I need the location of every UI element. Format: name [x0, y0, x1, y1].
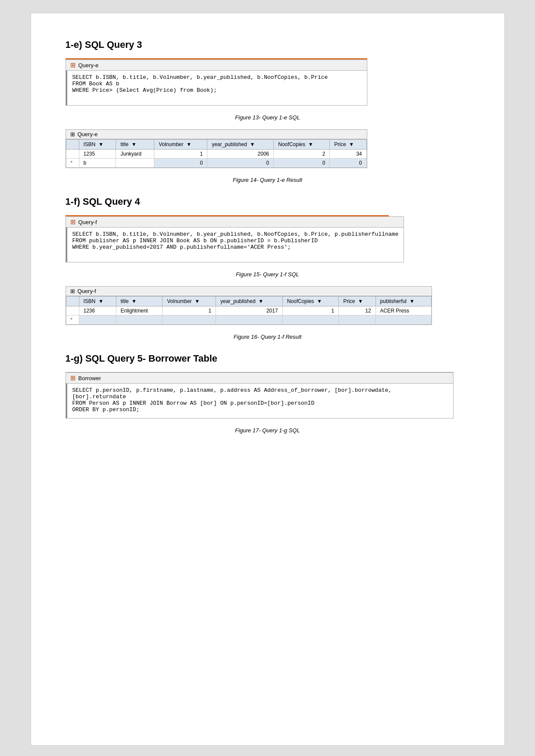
- td-new-price: 0: [330, 159, 366, 168]
- td-star-1f: *: [66, 316, 79, 325]
- td-copies: 2: [274, 150, 330, 159]
- query-1g-sql-content: SELECT p.personID, p.firstname, p.lastna…: [66, 384, 453, 418]
- td-sel-1f: [66, 306, 79, 316]
- section-1f-heading: 1-f) SQL Query 4: [66, 196, 470, 207]
- th-title: title ▼: [116, 140, 154, 150]
- query-1f-sql-content: SELECT b.ISBN, b.title, b.Volnumber, b.y…: [66, 228, 404, 262]
- query-1f-sql-box: ⊞ Query-f SELECT b.ISBN, b.title, b.Voln…: [66, 216, 404, 262]
- td-new-title: [116, 159, 154, 168]
- td-year: 2006: [207, 150, 274, 159]
- td-new-isbn-1f: [79, 316, 116, 325]
- th-title-1f: title ▼: [116, 297, 163, 306]
- td-new-vol-1f: [163, 316, 216, 325]
- th-year-1f: year_published ▼: [216, 297, 282, 306]
- query-1f-result-container: ⊞ Query-f ISBN ▼ title ▼ Volnumber ▼ yea…: [66, 286, 432, 325]
- td-new-vol: 0: [154, 159, 207, 168]
- td-isbn: 1235: [79, 150, 116, 159]
- query-1f-result-tab-label: Query-f: [78, 288, 96, 294]
- fig-17-caption: Figure 17- Query 1-g SQL: [66, 427, 470, 434]
- query-1e-sql-box: ⊞ Query-e SELECT b.ISBN, b.title, b.Voln…: [66, 59, 367, 106]
- table-new-row-1f: *: [66, 316, 431, 325]
- table-row-1f: 1236 Enlightment 1 2017 1 12 ACER Press: [66, 306, 431, 316]
- td-copies-1f: 1: [282, 306, 339, 316]
- query-1f-table: ISBN ▼ title ▼ Volnumber ▼ year_publishe…: [66, 296, 432, 325]
- query-1g-tab-label: Borrower: [78, 375, 101, 381]
- page: 1-e) SQL Query 3 ⊞ Query-e SELECT b.ISBN…: [31, 13, 505, 746]
- section-1g: 1-g) SQL Query 5- Borrower Table ⊞ Borro…: [66, 353, 470, 434]
- td-new-year: 0: [207, 159, 274, 168]
- query-1f-result-tab: ⊞ Query-f: [66, 287, 432, 296]
- td-volnumber: 1: [154, 150, 207, 159]
- table-header-row: ISBN ▼ title ▼ Volnumber ▼ year_publishe…: [66, 140, 366, 150]
- th-year-published: year_published ▼: [207, 140, 274, 150]
- table-row: 1235 Junkyard 1 2006 2 34: [66, 150, 366, 159]
- query-1e-tab: ⊞ Query-e: [66, 60, 367, 71]
- th-isbn-1f: ISBN ▼: [79, 297, 116, 306]
- td-price: 34: [330, 150, 366, 159]
- section-1f: 1-f) SQL Query 4 ⊞ Query-f SELECT b.ISBN…: [66, 196, 470, 340]
- table-header-row-1f: ISBN ▼ title ▼ Volnumber ▼ year_publishe…: [66, 297, 431, 306]
- section-1e-heading: 1-e) SQL Query 3: [66, 39, 470, 50]
- query-1g-tab-icon: ⊞: [70, 374, 76, 382]
- td-star: *: [66, 159, 79, 168]
- td-title-1f: Enlightment: [116, 306, 163, 316]
- th-publisher-1f: publisherful ▼: [375, 297, 431, 306]
- td-new-title-1f: [116, 316, 163, 325]
- td-new-pub-1f: [375, 316, 431, 325]
- query-1e-result-tab-label: Query-e: [78, 131, 98, 137]
- fig-14-caption: Figure 14- Query 1-e Result: [66, 177, 470, 183]
- td-vol-1f: 1: [163, 306, 216, 316]
- td-pub-1f: ACER Press: [375, 306, 431, 316]
- query-1e-result-icon: ⊞: [70, 131, 75, 137]
- td-isbn-1f: 1236: [79, 306, 116, 316]
- th-volnumber-1f: Volnumber ▼: [163, 297, 216, 306]
- th-noofcopies: NoofCopies ▼: [274, 140, 330, 150]
- th-selector-1f: [66, 297, 79, 306]
- th-price-1f: Price ▼: [339, 297, 375, 306]
- query-1e-tab-icon: ⊞: [70, 61, 76, 69]
- query-1f-tab-label: Query-f: [78, 219, 97, 225]
- th-isbn: ISBN ▼: [79, 140, 116, 150]
- query-1e-result-container: ⊞ Query-e ISBN ▼ title ▼ Volnumber ▼ yea…: [66, 129, 367, 168]
- td-year-1f: 2017: [216, 306, 282, 316]
- query-1g-sql-box: ⊞ Borrower SELECT p.personID, p.firstnam…: [66, 372, 454, 419]
- section-1g-heading: 1-g) SQL Query 5- Borrower Table: [66, 353, 470, 364]
- th-price: Price ▼: [330, 140, 366, 150]
- fig-13-caption: Figure 13- Query 1-e SQL: [66, 114, 470, 121]
- query-1e-table: ISBN ▼ title ▼ Volnumber ▼ year_publishe…: [66, 139, 367, 168]
- td-new-copies-1f: [282, 316, 339, 325]
- td-title: Junkyard: [116, 150, 154, 159]
- query-1f-result-icon: ⊞: [70, 288, 75, 294]
- td-selector: [66, 150, 79, 159]
- fig-15-caption: Figure 15- Query 1-f SQL: [66, 271, 470, 278]
- table-new-row: * b 0 0 0 0: [66, 159, 366, 168]
- td-new-isbn: b: [79, 159, 116, 168]
- th-volnumber: Volnumber ▼: [154, 140, 207, 150]
- query-1e-result-tab: ⊞ Query-e: [66, 130, 367, 139]
- query-1g-tab: ⊞ Borrower: [66, 373, 453, 384]
- td-new-copies: 0: [274, 159, 330, 168]
- th-selector: [66, 140, 79, 150]
- td-price-1f: 12: [339, 306, 375, 316]
- query-1f-tab-icon: ⊞: [70, 218, 76, 226]
- query-1e-sql-content: SELECT b.ISBN, b.title, b.Volnumber, b.y…: [66, 71, 367, 105]
- td-new-price-1f: [339, 316, 375, 325]
- th-copies-1f: NoofCopies ▼: [282, 297, 339, 306]
- query-1f-tab: ⊞ Query-f: [66, 217, 404, 228]
- section-1e: 1-e) SQL Query 3 ⊞ Query-e SELECT b.ISBN…: [66, 39, 470, 183]
- query-1e-tab-label: Query-e: [78, 62, 99, 69]
- td-new-year-1f: [216, 316, 282, 325]
- fig-16-caption: Figure 16- Query 1-f Result: [66, 334, 470, 340]
